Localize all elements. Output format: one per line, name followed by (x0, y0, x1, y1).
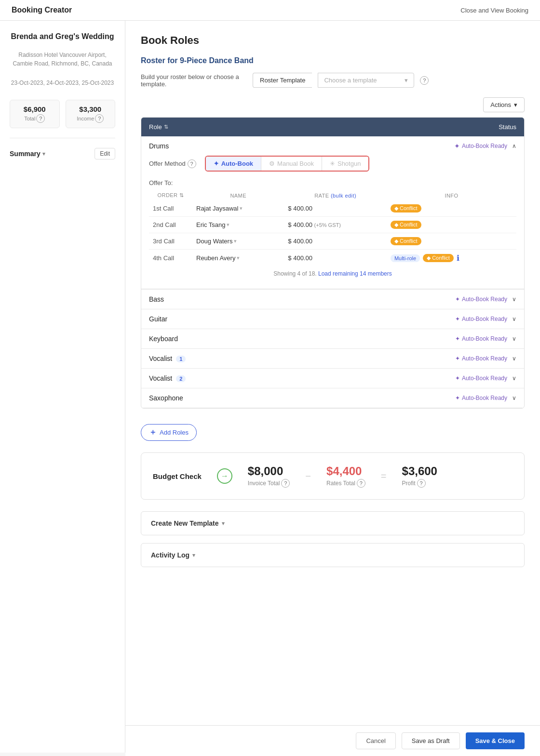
call-2-order: 2nd Call (149, 217, 192, 233)
budget-arrow-icon: → (217, 468, 232, 484)
bulk-edit-link[interactable]: (bulk edit) (331, 193, 356, 199)
guitar-status: ✦ Auto-Book Ready (455, 316, 507, 322)
sort-icon[interactable]: ⇅ (164, 124, 168, 130)
add-roles-button[interactable]: ＋ Add Roles (141, 424, 197, 441)
offer-row-1: 1st Call Rajat Jaysawal ▾ $ 400.00 ◆ Con… (149, 200, 516, 217)
name-4-chevron[interactable]: ▾ (237, 255, 240, 261)
template-select[interactable]: Choose a template ▾ (318, 73, 414, 88)
total-help-icon[interactable]: ? (36, 114, 45, 123)
activity-log-header[interactable]: Activity Log ▾ (141, 544, 524, 567)
col-name: NAME (192, 190, 284, 200)
sidebar-divider (10, 138, 115, 138)
guitar-name: Guitar (149, 315, 167, 323)
call-3-order: 3rd Call (149, 233, 192, 250)
drums-chevron-icon[interactable]: ∧ (512, 143, 516, 149)
edit-button[interactable]: Edit (94, 148, 115, 159)
drums-name: Drums (149, 142, 169, 150)
rates-total-label: Rates Total ? (326, 479, 365, 488)
app-title: Booking Creator (12, 6, 72, 14)
template-help-icon[interactable]: ? (420, 76, 429, 85)
call-1-order: 1st Call (149, 200, 192, 217)
offer-table-header-row: ORDER ⇅ NAME RATE (bulk edit) INFO (149, 190, 516, 200)
call-4-order: 4th Call (149, 250, 192, 267)
order-sort-icon[interactable]: ⇅ (179, 192, 184, 198)
manual-book-btn[interactable]: ⚙ Manual Book (261, 157, 322, 171)
conflict-badge-4: ◆ Conflict (423, 254, 454, 262)
invoice-help-icon[interactable]: ? (281, 479, 290, 488)
offer-method-row: Offer Method ? ✦ Auto-Book ⚙ Manual Book (149, 156, 516, 172)
template-row: Build your roster below or choose a temp… (141, 73, 525, 88)
rates-total-item: $4,400 Rates Total ? (326, 464, 365, 488)
saxophone-summary[interactable]: Saxophone ✦ Auto-Book Ready ∨ (141, 388, 524, 408)
bass-chevron-icon[interactable]: ∨ (512, 296, 516, 303)
load-remaining-link[interactable]: Load remaining 14 members (318, 270, 392, 277)
vocalist-2-name: Vocalist 2 (149, 374, 186, 382)
call-1-info: ◆ Conflict (387, 200, 516, 217)
main-layout: Brenda and Greg's Wedding Radisson Hotel… (0, 21, 540, 753)
offer-method-help-icon[interactable]: ? (188, 159, 196, 168)
role-row-drums: Drums ✦ Auto-Book Ready ∧ Offer Met (141, 136, 524, 290)
call-2-name: Eric Tsang ▾ (192, 217, 284, 233)
bass-summary[interactable]: Bass ✦ Auto-Book Ready ∨ (141, 290, 524, 309)
close-view-booking-link[interactable]: Close and View Booking (460, 7, 528, 14)
manual-book-btn-label: Manual Book (277, 160, 314, 167)
shotgun-btn[interactable]: ✳ Shotgun (322, 157, 368, 171)
offer-row-3: 3rd Call Doug Waters ▾ $ 400.00 ◆ Confli… (149, 233, 516, 250)
guitar-summary[interactable]: Guitar ✦ Auto-Book Ready ∨ (141, 309, 524, 329)
income-help-icon[interactable]: ? (95, 114, 104, 123)
offer-row-4: 4th Call Reuben Avery ▾ $ 400.00 Multi-r… (149, 250, 516, 267)
drums-summary[interactable]: Drums ✦ Auto-Book Ready ∧ (141, 136, 524, 156)
keyboard-auto-icon: ✦ (455, 335, 460, 342)
saxophone-auto-icon: ✦ (455, 395, 460, 401)
actions-chevron-icon: ▾ (514, 101, 517, 108)
col-order: ORDER ⇅ (149, 190, 192, 200)
role-row-vocalist-2: Vocalist 2 ✦ Auto-Book Ready ∨ (141, 369, 524, 388)
roster-template-badge: Roster Template (253, 73, 312, 88)
vocalist-1-summary[interactable]: Vocalist 1 ✦ Auto-Book Ready ∨ (141, 349, 524, 368)
rates-help-icon[interactable]: ? (357, 479, 365, 488)
sidebar-venue-name: Brenda and Greg's Wedding (10, 32, 115, 41)
role-row-guitar: Guitar ✦ Auto-Book Ready ∨ (141, 309, 524, 329)
call-1-rate: $ 400.00 (284, 200, 387, 217)
bass-auto-icon: ✦ (455, 296, 460, 303)
shotgun-icon: ✳ (330, 160, 335, 167)
saxophone-chevron-icon[interactable]: ∨ (512, 395, 516, 401)
profit-help-icon[interactable]: ? (417, 479, 426, 488)
table-header: Role ⇅ Status (141, 118, 524, 136)
sidebar-total-value: $6,900 (15, 105, 54, 113)
cancel-button[interactable]: Cancel (356, 732, 395, 749)
vocalist-1-chevron-icon[interactable]: ∨ (512, 355, 516, 362)
name-3-chevron[interactable]: ▾ (234, 238, 237, 244)
call-3-info: ◆ Conflict (387, 233, 516, 250)
conflict-badge-1: ◆ Conflict (391, 204, 421, 212)
sidebar-summary-label: Summary ▾ (10, 150, 45, 158)
vocalist-2-chevron-icon[interactable]: ∨ (512, 375, 516, 382)
keyboard-chevron-icon[interactable]: ∨ (512, 335, 516, 342)
name-1-chevron[interactable]: ▾ (240, 205, 243, 212)
offer-to-label: Offer To: (149, 179, 516, 186)
drums-expanded: Offer Method ? ✦ Auto-Book ⚙ Manual Book (141, 156, 524, 289)
name-2-chevron[interactable]: ▾ (227, 222, 230, 228)
vocalist-2-summary[interactable]: Vocalist 2 ✦ Auto-Book Ready ∨ (141, 369, 524, 388)
saxophone-name: Saxophone (149, 394, 183, 402)
add-roles-container: ＋ Add Roles (141, 416, 525, 441)
invoice-total-label: Invoice Total ? (248, 479, 290, 488)
save-close-button[interactable]: Save & Close (466, 732, 525, 749)
bass-name: Bass (149, 295, 164, 303)
actions-button[interactable]: Actions ▾ (483, 97, 525, 112)
info-dot[interactable]: ℹ (457, 253, 459, 263)
sidebar-summary-row: Summary ▾ Edit (10, 148, 115, 159)
sidebar: Brenda and Greg's Wedding Radisson Hotel… (0, 21, 125, 753)
rates-total-value: $4,400 (326, 464, 365, 478)
create-template-header[interactable]: Create New Template ▾ (141, 512, 524, 535)
sidebar-dates: 23-Oct-2023, 24-Oct-2023, 25-Oct-2023 (10, 80, 115, 86)
bass-status: ✦ Auto-Book Ready (455, 296, 507, 303)
offer-table: ORDER ⇅ NAME RATE (bulk edit) INFO 1st C… (149, 190, 516, 266)
auto-book-btn[interactable]: ✦ Auto-Book (206, 157, 261, 171)
keyboard-summary[interactable]: Keyboard ✦ Auto-Book Ready ∨ (141, 329, 524, 348)
save-draft-button[interactable]: Save as Draft (402, 732, 460, 749)
conflict-badge-2: ◆ Conflict (391, 221, 421, 229)
guitar-chevron-icon[interactable]: ∨ (512, 316, 516, 322)
role-row-keyboard: Keyboard ✦ Auto-Book Ready ∨ (141, 329, 524, 349)
auto-book-icon: ✦ (454, 142, 460, 150)
